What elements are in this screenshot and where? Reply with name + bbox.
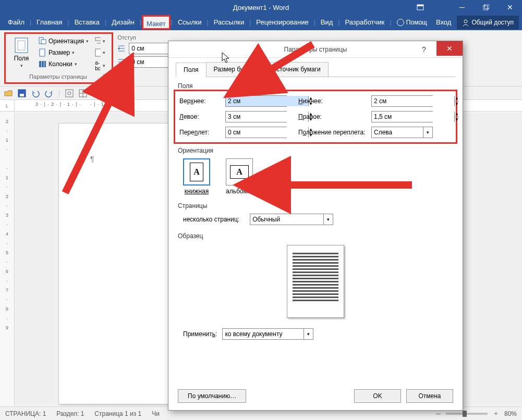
pilcrow-icon: ¶ xyxy=(90,155,94,163)
dialog-title-bar: Параметры страницы ? ✕ xyxy=(168,41,463,58)
vertical-ruler: 2·1· ·1·2·3·4·5·6·7·8·9 xyxy=(0,113,15,405)
indent-left-icon xyxy=(117,44,126,53)
zoom-slider[interactable] xyxy=(446,413,488,415)
left-margin-input[interactable]: ▲▼ xyxy=(225,111,287,122)
status-section[interactable]: Раздел: 1 xyxy=(56,410,84,417)
file-tab[interactable]: Файл xyxy=(3,15,29,30)
login-button[interactable]: Вход xyxy=(431,15,456,30)
zoom-in-button[interactable]: ＋ xyxy=(493,409,499,418)
dialog-tab-paper[interactable]: Размер бумаги xyxy=(206,62,265,77)
size-button[interactable]: Размер▾ xyxy=(36,47,91,58)
breaks-icon xyxy=(95,37,101,45)
svg-rect-5 xyxy=(15,38,28,53)
ribbon-display-options[interactable] xyxy=(412,0,428,15)
gutter-position-label: Положение переплета: xyxy=(298,129,366,136)
breaks-button[interactable]: ▾ xyxy=(93,36,107,46)
tell-me-button[interactable]: Помощ xyxy=(397,19,427,26)
table-icon[interactable] xyxy=(79,89,87,97)
status-pages[interactable]: Страница 1 из 1 xyxy=(94,410,141,417)
svg-rect-13 xyxy=(95,38,101,41)
orientation-icon xyxy=(38,37,46,45)
tab-home[interactable]: Главная xyxy=(32,15,67,30)
tab-developer[interactable]: Разработчик xyxy=(340,15,389,30)
orientation-button[interactable]: Ориентация▾ xyxy=(36,36,91,46)
indent-right-icon xyxy=(117,58,126,66)
right-margin-input[interactable]: ▲▼ xyxy=(371,111,433,122)
svg-rect-14 xyxy=(95,49,101,56)
restore-button[interactable] xyxy=(474,0,498,15)
title-bar: Документ1 - Word ─ ✕ xyxy=(0,0,522,15)
dialog-tabs: Поля Размер бумаги Источник бумаги xyxy=(176,62,455,77)
cancel-button[interactable]: Отмена xyxy=(406,389,453,403)
dialog-tab-source[interactable]: Источник бумаги xyxy=(264,62,329,77)
ribbon-tab-bar: Файл | Главная| Вставка| Дизайн| Макет| … xyxy=(0,15,522,30)
line-numbers-icon xyxy=(95,48,101,57)
ruler-corner: L xyxy=(0,100,15,111)
bottom-margin-input[interactable]: ▲▼ xyxy=(371,95,433,107)
hyphenation-icon: a-bc xyxy=(95,60,101,71)
bottom-margin-label: Нижнее: xyxy=(298,97,366,105)
tab-view[interactable]: Вид xyxy=(316,15,338,30)
minimize-button[interactable]: ─ xyxy=(450,0,474,15)
zoom-level[interactable]: 80% xyxy=(504,410,517,417)
tab-review[interactable]: Рецензирование xyxy=(251,15,313,30)
gutter-input[interactable]: ▲▼ xyxy=(225,127,287,138)
chevron-down-icon: ▾ xyxy=(20,63,23,68)
page-setup-group: Поля ▾ Ориентация▾ Размер▾ Колонки▾ ▾ xyxy=(4,32,113,84)
svg-rect-12 xyxy=(44,61,46,67)
apply-to-select[interactable]: ко всему документу▾ xyxy=(222,328,313,340)
dialog-tab-margins[interactable]: Поля xyxy=(176,63,207,77)
ruler-ticks: 3 · | · 2 · | · 1 · | · · | · 1 · | · 2 xyxy=(35,102,120,107)
hyphenation-button[interactable]: a-bc▾ xyxy=(93,59,107,72)
tab-references[interactable]: Ссылки xyxy=(173,15,207,30)
svg-rect-17 xyxy=(66,90,73,97)
redo-icon[interactable] xyxy=(45,89,53,97)
margins-button[interactable]: Поля ▾ xyxy=(9,36,34,72)
multi-pages-select[interactable]: Обычный▾ xyxy=(250,214,333,225)
save-icon[interactable] xyxy=(18,89,26,97)
svg-point-18 xyxy=(68,92,71,95)
top-margin-input[interactable]: ▲▼ xyxy=(225,95,287,107)
page-setup-dialog: Параметры страницы ? ✕ Поля Размер бумаг… xyxy=(168,41,463,411)
zoom-out-button[interactable]: ─ xyxy=(436,410,441,417)
gutter-position-select[interactable]: Слева▾ xyxy=(371,127,433,138)
indent-left-input[interactable]: ▲▼ xyxy=(129,43,174,54)
landscape-orientation-button[interactable]: A альбомная xyxy=(226,158,258,195)
svg-rect-11 xyxy=(42,61,44,67)
page-setup-group-label: Параметры страницы xyxy=(9,72,107,80)
page-setup-launcher[interactable]: ↘ xyxy=(103,74,111,81)
line-numbers-button[interactable]: ▾ xyxy=(93,47,107,58)
close-button[interactable]: ✕ xyxy=(498,0,522,15)
columns-icon xyxy=(38,60,46,68)
sample-preview xyxy=(287,245,344,318)
status-words[interactable]: Чи xyxy=(152,410,160,417)
apply-label: Применить: xyxy=(183,330,217,338)
share-button[interactable]: Общий доступ xyxy=(457,16,519,29)
left-margin-label: Левое: xyxy=(179,113,220,120)
new-icon[interactable] xyxy=(92,89,101,97)
tab-layout[interactable]: Макет xyxy=(142,15,171,30)
indent-right-input[interactable]: ▲▼ xyxy=(129,56,174,68)
svg-rect-20 xyxy=(94,90,99,97)
default-button[interactable]: По умолчанию… xyxy=(178,389,246,403)
open-icon[interactable] xyxy=(4,89,13,97)
svg-rect-16 xyxy=(20,94,24,96)
svg-rect-10 xyxy=(39,61,41,67)
svg-rect-3 xyxy=(484,4,489,9)
dialog-close-button[interactable]: ✕ xyxy=(436,41,463,56)
top-margin-label: Верхнее: xyxy=(179,97,220,105)
tab-mailings[interactable]: Рассылки xyxy=(209,15,249,30)
columns-button[interactable]: Колонки▾ xyxy=(36,59,91,69)
tab-insert[interactable]: Вставка xyxy=(70,15,104,30)
indent-group-label: Отступ xyxy=(117,34,174,41)
tab-design[interactable]: Дизайн xyxy=(107,15,139,30)
portrait-orientation-button[interactable]: A книжная xyxy=(183,158,210,195)
apply-row: Применить: ко всему документу▾ xyxy=(183,328,453,340)
undo-icon[interactable] xyxy=(31,89,40,97)
pages-section: Страницы несколько страниц: Обычный▾ xyxy=(178,202,453,225)
preview-icon[interactable] xyxy=(65,89,74,97)
status-page[interactable]: СТРАНИЦА: 1 xyxy=(5,410,46,417)
share-icon xyxy=(462,19,469,26)
dialog-help-button[interactable]: ? xyxy=(414,42,434,57)
ok-button[interactable]: OK xyxy=(354,389,401,403)
